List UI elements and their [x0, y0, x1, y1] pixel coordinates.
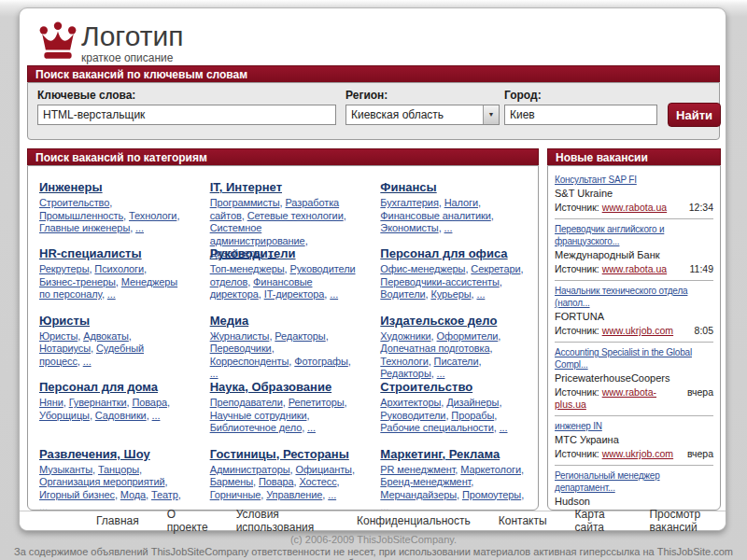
category-sub-link[interactable]: Писатели — [434, 356, 479, 367]
category-title-link[interactable]: Персонал для дома — [39, 380, 158, 394]
vacancy-source-link[interactable]: www.ukrjob.com — [602, 448, 673, 459]
category-sub-link[interactable]: Рекрутеры — [39, 263, 89, 274]
category-title-link[interactable]: Развлечения, Шоу — [39, 447, 150, 461]
category-sub-link[interactable]: Управление — [266, 489, 322, 500]
category-sub-link[interactable]: Топ-менеджеры — [210, 263, 285, 274]
vacancy-title-link[interactable]: Переводчик английского и французского... — [555, 223, 713, 247]
category-title-link[interactable]: Персонал для офиса — [380, 246, 507, 260]
category-sub-link[interactable]: Администраторы — [210, 464, 290, 475]
category-sub-link[interactable]: Сетевые технологии — [247, 210, 344, 221]
category-more-link[interactable]: ... — [307, 422, 316, 433]
category-sub-link[interactable]: Преподаватели — [210, 397, 283, 408]
category-more-link[interactable]: ... — [444, 222, 453, 233]
search-submit-button[interactable]: Найти — [668, 103, 721, 127]
category-more-link[interactable]: ... — [380, 501, 388, 511]
category-sub-link[interactable]: Бизнес-тренеры — [39, 276, 116, 287]
vacancy-title-link[interactable]: Начальник технического отдела (напол... — [555, 285, 713, 309]
category-sub-link[interactable]: Системное администрирование — [210, 222, 305, 246]
category-sub-link[interactable]: Водители — [380, 288, 425, 300]
category-sub-link[interactable]: Оформители — [437, 330, 499, 342]
category-title-link[interactable]: Руководители — [210, 246, 296, 260]
category-sub-link[interactable]: Научные сотрудники — [210, 410, 307, 421]
category-sub-link[interactable]: Нотариусы — [39, 343, 91, 354]
category-sub-link[interactable]: Повара — [259, 476, 294, 487]
category-sub-link[interactable]: Программисты — [210, 197, 280, 208]
category-title-link[interactable]: Строительство — [380, 380, 472, 394]
category-sub-link[interactable]: Офис-менеджеры — [380, 263, 465, 274]
category-sub-link[interactable]: Горничные — [210, 489, 261, 500]
category-sub-link[interactable]: Прорабы — [451, 410, 494, 421]
category-title-link[interactable]: Наука, Образование — [210, 380, 331, 394]
category-sub-link[interactable]: Маркетологи — [460, 464, 521, 475]
category-sub-link[interactable]: Фотографы — [294, 356, 348, 367]
footer-link[interactable]: Просмотр вакансий — [649, 508, 726, 534]
category-sub-link[interactable]: Официанты — [295, 464, 351, 475]
category-sub-link[interactable]: Уборщицы — [39, 410, 90, 421]
category-more-link[interactable]: ... — [330, 288, 338, 300]
category-sub-link[interactable]: Переводчики — [210, 343, 272, 354]
category-sub-link[interactable]: Налоги — [444, 197, 478, 208]
category-sub-link[interactable]: Журналисты — [210, 330, 270, 342]
category-title-link[interactable]: Медиа — [210, 314, 249, 328]
category-title-link[interactable]: IT, Интернет — [210, 180, 282, 194]
category-sub-link[interactable]: Финансовые аналитики — [380, 210, 490, 221]
category-title-link[interactable]: Маркетинг, Реклама — [380, 447, 500, 461]
vacancy-source-link[interactable]: www.rabota.ua — [602, 202, 667, 213]
category-sub-link[interactable]: Гувернантки — [69, 397, 127, 408]
category-sub-link[interactable]: Технологи — [380, 356, 428, 367]
category-sub-link[interactable]: Дизайнеры — [446, 397, 499, 408]
category-sub-link[interactable]: Игорный бизнес — [39, 489, 115, 500]
category-title-link[interactable]: Гостиницы, Рестораны — [210, 447, 349, 461]
category-sub-link[interactable]: Промоутеры — [462, 489, 521, 500]
category-sub-link[interactable]: Технологи — [129, 210, 176, 221]
category-sub-link[interactable]: Архитекторы — [380, 397, 441, 408]
footer-link[interactable]: Главная — [96, 514, 139, 527]
category-sub-link[interactable]: Бухгалтерия — [380, 197, 438, 208]
category-sub-link[interactable]: Репетиторы — [289, 397, 345, 408]
category-more-link[interactable]: ... — [135, 222, 144, 233]
category-more-link[interactable]: ... — [39, 501, 48, 511]
category-sub-link[interactable]: Музыканты — [39, 464, 92, 475]
category-sub-link[interactable]: Бармены — [210, 476, 253, 487]
vacancy-source-link[interactable]: www.rabota.ua — [602, 263, 667, 274]
category-sub-link[interactable]: Секретари — [471, 263, 520, 274]
footer-link[interactable]: Карта сайта — [575, 508, 622, 534]
category-sub-link[interactable]: Танцоры — [98, 464, 139, 475]
category-sub-link[interactable]: Переводчики-ассистенты — [380, 276, 499, 287]
category-sub-link[interactable]: Руководители — [380, 410, 445, 421]
category-sub-link[interactable]: Главные инженеры — [39, 222, 130, 233]
city-input[interactable] — [504, 105, 657, 125]
category-sub-link[interactable]: Садовники — [95, 410, 147, 421]
footer-link[interactable]: Конфиденциальность — [357, 514, 471, 527]
category-sub-link[interactable]: Рабочие специальности — [380, 422, 493, 433]
category-sub-link[interactable]: Юристы — [39, 330, 78, 342]
category-sub-link[interactable]: Бренд-менеджмент — [380, 476, 471, 487]
category-sub-link[interactable]: Няни — [39, 397, 63, 408]
vacancy-title-link[interactable]: Консультант SAP FI — [555, 174, 713, 186]
vacancy-source-link[interactable]: www.ukrjob.com — [602, 325, 673, 336]
category-title-link[interactable]: Финансы — [380, 180, 436, 194]
category-sub-link[interactable]: PR менеджмент — [380, 464, 455, 475]
category-more-link[interactable]: ... — [328, 489, 336, 500]
category-sub-link[interactable]: Допечатная подготовка — [380, 343, 489, 354]
category-sub-link[interactable]: Хостесс — [299, 476, 336, 487]
category-sub-link[interactable]: Адвокаты — [83, 330, 129, 342]
vacancy-title-link[interactable]: инженер IN — [555, 420, 713, 432]
category-sub-link[interactable]: Редакторы — [275, 330, 325, 342]
category-sub-link[interactable]: Корреспонденты — [210, 356, 289, 367]
footer-link[interactable]: О проекте — [167, 508, 208, 534]
category-sub-link[interactable]: Повара — [132, 397, 167, 408]
category-sub-link[interactable]: Строительство — [39, 197, 109, 208]
vacancy-title-link[interactable]: Региональный менеджер департамент... — [555, 469, 713, 494]
category-sub-link[interactable]: Мерчандайзеры — [380, 489, 457, 500]
category-sub-link[interactable]: Психологи — [94, 263, 144, 274]
category-more-link[interactable]: ... — [500, 422, 508, 433]
category-more-link[interactable]: ... — [83, 356, 92, 367]
category-sub-link[interactable]: Библиотечное дело — [210, 422, 303, 433]
footer-link[interactable]: Условия использования — [236, 508, 329, 534]
vacancy-title-link[interactable]: Accounting Specialist in the Global Comp… — [555, 346, 713, 371]
category-more-link[interactable]: ... — [107, 288, 116, 300]
chevron-down-icon[interactable]: ▼ — [483, 105, 499, 124]
category-sub-link[interactable]: Театр — [151, 489, 178, 500]
category-more-link[interactable]: ... — [152, 410, 161, 421]
